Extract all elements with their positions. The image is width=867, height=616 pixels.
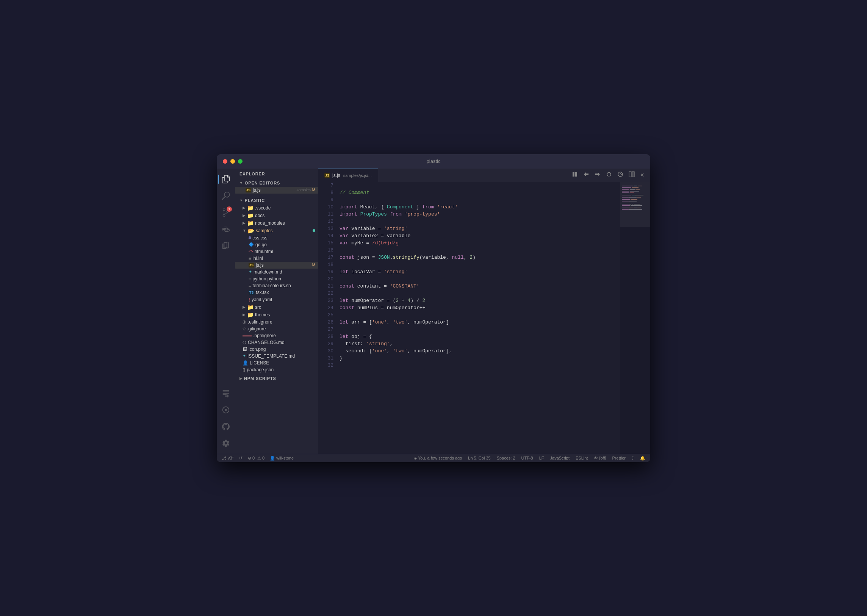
terminal-icon: ≡ — [249, 283, 251, 288]
file-icon-png[interactable]: 🖼 icon.png — [235, 346, 318, 353]
src-arrow: ▶ — [242, 305, 245, 309]
debug-activity-icon[interactable] — [218, 222, 233, 237]
explorer-activity-icon[interactable] — [218, 171, 233, 187]
notification-status[interactable]: 🔔 — [639, 456, 647, 461]
settings-activity-icon[interactable] — [218, 436, 233, 451]
open-editor-badge: M — [312, 188, 315, 192]
tab-js-js[interactable]: JS js.js samples/js.js/... — [318, 168, 378, 182]
spaces-label: Spaces: 2 — [497, 456, 515, 460]
plastic-arrow: ▼ — [239, 198, 243, 202]
file-ini[interactable]: ≡ ini.ini — [235, 255, 318, 262]
samples-dot — [313, 229, 315, 232]
file-html[interactable]: <> html.html — [235, 248, 318, 255]
folder-vscode[interactable]: ▶ 📁 .vscode — [235, 204, 318, 212]
remote-explorer-activity-icon[interactable] — [218, 386, 233, 401]
folder-src[interactable]: ▶ 📁 src — [235, 303, 318, 311]
code-line-12 — [340, 218, 620, 225]
file-issue-template[interactable]: ✦ ISSUE_TEMPLATE.md — [235, 353, 318, 360]
go-back-icon[interactable] — [582, 170, 591, 180]
svg-point-0 — [225, 409, 227, 411]
share-icon: ⤴ — [632, 456, 634, 460]
line-endings-status[interactable]: LF — [538, 456, 545, 460]
file-tsx[interactable]: TS tsx.tsx — [235, 289, 318, 296]
vscode-folder-name: .vscode — [255, 205, 271, 211]
split-right-icon[interactable] — [627, 170, 636, 180]
code-line-8: // Comment — [340, 189, 620, 196]
file-css[interactable]: # css.css — [235, 234, 318, 241]
minimize-button[interactable] — [230, 159, 235, 163]
npm-scripts-header[interactable]: ▶ NPM SCRIPTS — [235, 373, 318, 382]
encoding-status[interactable]: UTF-8 — [520, 456, 534, 460]
open-preview-icon[interactable] — [616, 170, 625, 180]
open-editor-filename: js.js — [253, 187, 293, 193]
file-license[interactable]: 👤 LICENSE — [235, 360, 318, 366]
open-editor-js-js[interactable]: JS js.js samples M — [235, 187, 318, 193]
prettier-status[interactable]: Prettier — [611, 456, 627, 460]
code-editor[interactable]: // Comment import React, { Component } f… — [337, 182, 620, 454]
search-activity-icon[interactable] — [218, 188, 233, 203]
prettier-off-status[interactable]: 👁 [off] — [593, 456, 607, 460]
close-button[interactable] — [223, 159, 227, 163]
branch-status[interactable]: ⎇ v3* — [220, 456, 235, 461]
file-changelog[interactable]: ◎ CHANGELOG.md — [235, 339, 318, 346]
file-markdown[interactable]: ✦ markdown.md — [235, 269, 318, 275]
yaml-filename: yaml.yaml — [252, 297, 315, 302]
go-forward-icon[interactable] — [593, 170, 602, 180]
errors-status[interactable]: ⊗ 0 ⚠ 0 — [247, 456, 266, 461]
folder-samples[interactable]: ▼ 📂 samples — [235, 227, 318, 234]
icon-png-icon: 🖼 — [242, 347, 247, 352]
css-icon: # — [249, 236, 251, 240]
file-terminal[interactable]: ≡ terminal-colours.sh — [235, 282, 318, 289]
extensions-activity-icon[interactable] — [218, 238, 233, 253]
cursor-position-status[interactable]: Ln 5, Col 35 — [467, 456, 491, 460]
docs-folder-name: docs — [255, 213, 264, 218]
changelog-filename: CHANGELOG.md — [248, 340, 315, 345]
open-editors-header[interactable]: ▼ OPEN EDITORS — [235, 178, 318, 187]
code-line-29: first: 'string', — [340, 340, 620, 347]
traffic-lights — [223, 159, 242, 163]
folder-themes[interactable]: ▶ 📁 themes — [235, 311, 318, 319]
vscode-window: plastic 1 — [217, 154, 650, 462]
file-gitignore[interactable]: ◇ .gitignore — [235, 325, 318, 332]
folder-docs[interactable]: ▶ 📁 docs — [235, 212, 318, 219]
gitlens-activity-icon[interactable] — [218, 402, 233, 418]
github-activity-icon[interactable] — [218, 419, 233, 434]
close-editor-icon[interactable]: × — [639, 170, 646, 181]
cursor-position: Ln 5, Col 35 — [468, 456, 490, 460]
npmignore-filename: .npmignore — [253, 333, 315, 338]
sync-status[interactable]: ↺ — [238, 456, 244, 461]
folder-icon-src: 📁 — [247, 304, 253, 310]
file-eslintignore[interactable]: ◎ .eslintignore — [235, 319, 318, 325]
file-js[interactable]: JS js.js M — [235, 262, 318, 269]
plastic-header[interactable]: ▼ PLASTIC — [235, 195, 318, 204]
code-line-20 — [340, 275, 620, 283]
tab-js-icon: JS — [324, 173, 330, 178]
circle-icon[interactable] — [604, 170, 614, 180]
tabs-bar: JS js.js samples/js.js/... — [318, 168, 650, 182]
spaces-status[interactable]: Spaces: 2 — [496, 456, 516, 460]
maximize-button[interactable] — [238, 159, 242, 163]
git-message-status[interactable]: ◈ You, a few seconds ago — [413, 456, 463, 461]
user-status[interactable]: 👤 will-stone — [269, 456, 295, 461]
branch-name: v3* — [228, 456, 234, 460]
file-go[interactable]: 🔷 go.go — [235, 241, 318, 248]
file-package-json[interactable]: {} package.json — [235, 366, 318, 373]
warning-count: 0 — [262, 456, 264, 460]
themes-folder-name: themes — [255, 312, 270, 317]
file-npmignore[interactable]: ▬▬▬ .npmignore — [235, 332, 318, 339]
share-status[interactable]: ⤴ — [631, 456, 635, 460]
source-control-activity-icon[interactable]: 1 — [218, 205, 233, 220]
open-editors-arrow: ▼ — [239, 181, 243, 185]
file-python[interactable]: ≡ python.python — [235, 275, 318, 282]
code-line-24: const numPlus = numOperator++ — [340, 304, 620, 311]
split-editor-icon[interactable] — [570, 170, 579, 180]
ini-filename: ini.ini — [252, 256, 315, 261]
svg-point-1 — [607, 172, 611, 176]
tsx-filename: tsx.tsx — [256, 290, 315, 295]
code-line-25 — [340, 311, 620, 319]
file-yaml[interactable]: ! yaml.yaml — [235, 296, 318, 303]
js-filename: js.js — [256, 262, 311, 268]
folder-node-modules[interactable]: ▶ 📁 node_modules — [235, 219, 318, 227]
language-status[interactable]: JavaScript — [549, 456, 571, 460]
linter-status[interactable]: ESLint — [574, 456, 589, 460]
